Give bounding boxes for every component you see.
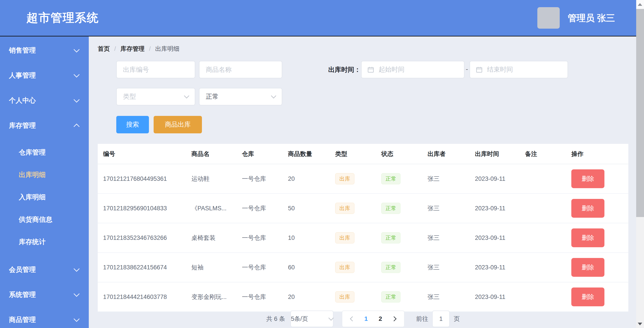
pager-numbers: 12 (359, 315, 388, 322)
sidebar-subitem-0[interactable]: 仓库管理 (0, 141, 89, 164)
type-select-placeholder: 类型 (123, 92, 136, 101)
page-size-value: 5条/页 (291, 315, 308, 323)
sidebar-item-3[interactable]: 库存管理 (0, 113, 89, 138)
table-header-row: 编号商品名仓库商品数量类型状态出库者出库时间备注操作 (98, 144, 628, 164)
sidebar-item-0[interactable]: 销售管理 (0, 38, 89, 63)
cell-status: 正常 (376, 173, 422, 184)
user-block[interactable]: 管理员 张三 (537, 7, 615, 29)
type-tag: 出库 (335, 291, 354, 302)
page-size-select[interactable]: 5条/页 (290, 310, 334, 327)
cell-id: 1701212176804495361 (98, 175, 186, 182)
outbound-no-input[interactable] (116, 61, 195, 78)
type-select[interactable]: 类型 (116, 88, 195, 105)
table-body: 1701212176804495361运动鞋一号仓库20出库正常张三2023-0… (98, 164, 628, 312)
sidebar-item-2[interactable]: 个人中心 (0, 88, 89, 113)
cell-actions: 删除 (566, 287, 628, 306)
outbound-button[interactable]: 商品出库 (154, 116, 202, 133)
page-number-1-current[interactable]: 1 (359, 315, 373, 322)
cell-operator: 张三 (422, 293, 470, 301)
goto-label: 前往 (416, 315, 428, 323)
prev-page-button[interactable] (346, 317, 359, 320)
cell-status: 正常 (376, 262, 422, 273)
delete-button[interactable]: 删除 (571, 287, 604, 306)
type-tag: 出库 (335, 262, 354, 273)
cell-time: 2023-09-11 (470, 264, 520, 271)
sidebar: 销售管理人事管理个人中心库存管理仓库管理出库明细入库明细供货商信息库存统计会员管… (0, 37, 89, 328)
type-tag: 出库 (335, 232, 354, 243)
table-row: 1701218444214603778变形金刚玩...一号仓库20出库正常张三2… (98, 282, 628, 312)
chevron-down-icon (271, 93, 276, 98)
sidebar-item-5[interactable]: 系统管理 (0, 282, 89, 307)
delete-button[interactable]: 删除 (571, 169, 604, 188)
search-button[interactable]: 搜索 (116, 116, 149, 133)
breadcrumb: 首页 / 库存管理 / 出库明细 (98, 45, 179, 53)
table-row: 1701218295690104833《PASLMS...一号仓库50出库正常张… (98, 194, 628, 223)
sidebar-subitem-4[interactable]: 库存统计 (0, 231, 89, 253)
end-time-picker[interactable]: 结束时间 (470, 61, 568, 78)
page-scrollbar[interactable] (636, 0, 644, 328)
cell-quantity: 10 (283, 234, 330, 241)
cell-time: 2023-09-11 (470, 234, 520, 241)
cell-actions: 删除 (566, 228, 628, 247)
status-tag: 正常 (381, 291, 400, 302)
avatar[interactable] (537, 7, 560, 29)
cell-time: 2023-09-11 (470, 205, 520, 212)
cell-quantity: 20 (283, 293, 330, 300)
sidebar-subitem-1-active[interactable]: 出库明细 (0, 164, 89, 186)
cell-actions: 删除 (566, 199, 628, 218)
cell-product: 变形金刚玩... (186, 293, 236, 301)
status-tag: 正常 (381, 262, 400, 273)
cell-time: 2023-09-11 (470, 175, 520, 182)
cell-actions: 删除 (566, 258, 628, 277)
status-select-value: 正常 (206, 92, 219, 101)
next-page-button[interactable] (388, 317, 400, 320)
chevron-down-icon (74, 96, 80, 103)
chevron-down-icon (74, 71, 80, 77)
cell-time: 2023-09-11 (470, 293, 520, 300)
goto-page-input[interactable] (432, 310, 450, 327)
delete-button[interactable]: 删除 (571, 228, 604, 247)
sidebar-subitem-2[interactable]: 入库明细 (0, 186, 89, 208)
pagination: 共 6 条 5条/页 12 前往 页 (98, 310, 628, 327)
column-header-5: 状态 (376, 150, 422, 158)
column-header-8: 备注 (520, 150, 566, 158)
sidebar-item-4[interactable]: 会员管理 (0, 257, 89, 282)
sidebar-item-label: 人事管理 (9, 71, 36, 80)
delete-button[interactable]: 删除 (571, 199, 604, 218)
breadcrumb-separator: / (149, 46, 151, 52)
arrow-up-icon (638, 3, 642, 6)
cell-product: 桌椅套装 (186, 234, 236, 242)
column-header-1: 商品名 (186, 150, 236, 158)
scrollbar-up-button[interactable] (636, 0, 644, 9)
status-select[interactable]: 正常 (199, 88, 282, 105)
cell-type: 出库 (330, 232, 376, 243)
scrollbar-thumb[interactable] (636, 9, 644, 217)
sidebar-item-1[interactable]: 人事管理 (0, 63, 89, 88)
sidebar-item-label: 会员管理 (9, 265, 36, 274)
outbound-table: 编号商品名仓库商品数量类型状态出库者出库时间备注操作 1701212176804… (98, 144, 628, 312)
cell-status: 正常 (376, 291, 422, 302)
start-time-placeholder: 起始时间 (378, 65, 404, 74)
delete-button[interactable]: 删除 (571, 258, 604, 277)
cell-warehouse: 一号仓库 (236, 175, 283, 183)
sidebar-subitem-3[interactable]: 供货商信息 (0, 208, 89, 231)
chevron-down-icon (328, 315, 334, 320)
cell-status: 正常 (376, 203, 422, 214)
sidebar-item-6[interactable]: 商品管理 (0, 307, 89, 328)
breadcrumb-separator: / (114, 46, 116, 52)
cell-operator: 张三 (422, 175, 470, 183)
page-number-2[interactable]: 2 (373, 315, 388, 322)
main-content: 首页 / 库存管理 / 出库明细 出库时间： 起始时间 - 结束时间 类型 正常 (89, 37, 636, 328)
chevron-down-icon (74, 46, 80, 52)
breadcrumb-inventory[interactable]: 库存管理 (120, 45, 145, 53)
type-tag: 出库 (335, 173, 354, 184)
date-range-separator: - (466, 61, 468, 78)
breadcrumb-home[interactable]: 首页 (98, 45, 110, 53)
sidebar-submenu: 仓库管理出库明细入库明细供货商信息库存统计 (0, 138, 89, 257)
chevron-down-icon (184, 93, 189, 98)
column-header-0: 编号 (98, 150, 186, 158)
start-time-picker[interactable]: 起始时间 (361, 61, 464, 78)
column-header-3: 商品数量 (283, 150, 330, 158)
end-time-placeholder: 结束时间 (487, 65, 513, 74)
product-name-input[interactable] (199, 61, 282, 78)
